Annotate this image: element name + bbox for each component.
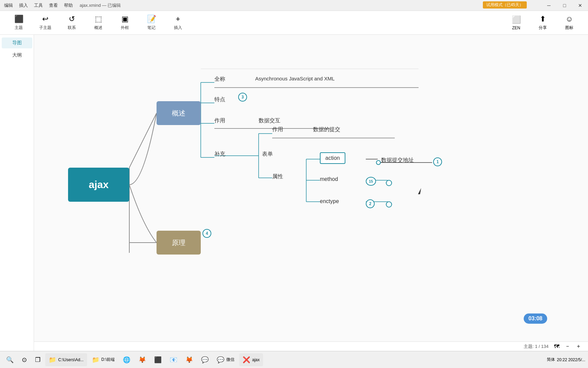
search-icon: 🔍 xyxy=(6,356,14,364)
dingding-icon: 💬 xyxy=(201,356,209,364)
svg-line-1 xyxy=(129,113,157,168)
toolbar-summary-button[interactable]: ⬚ 概述 xyxy=(86,13,110,33)
zen-icon: ⬜ xyxy=(512,15,521,24)
tab-outline[interactable]: 大纲 xyxy=(2,50,32,61)
node-shuxing[interactable]: 属性 xyxy=(272,173,283,180)
taskbar-firefox[interactable]: 🦊 xyxy=(135,353,149,366)
yuanli-label: 原理 xyxy=(172,238,185,247)
status-bar: 主题: 1 / 134 🗺 － ＋ xyxy=(34,341,588,351)
canvas: ajax 概述 原理 4 全称 Asynchronous JavaScript … xyxy=(34,35,588,351)
xmind-icon: ❌ xyxy=(243,356,250,364)
close-button[interactable]: ✕ xyxy=(572,0,588,11)
svg-point-23 xyxy=(386,180,392,186)
toolbar-boundary-button[interactable]: ▣ 外框 xyxy=(113,13,137,33)
topic-icon: ⬛ xyxy=(14,15,23,24)
topic-count: 主题: 1 / 134 xyxy=(524,343,549,350)
zoom-in-button[interactable]: ＋ xyxy=(576,343,581,350)
subtopic-label: 子主题 xyxy=(39,25,51,31)
datetime: 20:22 2022/5/... xyxy=(557,357,585,362)
taskbar-explorer[interactable]: 📁 C:\Users\Ad... xyxy=(45,353,87,366)
trial-badge: 试用模式（已45天） xyxy=(483,1,527,9)
toolbar-relation-button[interactable]: ↺ 联系 xyxy=(60,13,84,33)
taskbar-tray: 简体 20:22 2022/5/... xyxy=(547,357,585,363)
toolbar-share-button[interactable]: ⬆ 分享 xyxy=(531,13,555,33)
boundary-label: 外框 xyxy=(121,25,129,31)
zoom-out-button[interactable]: － xyxy=(565,343,570,350)
menu-bar[interactable]: 编辑 插入 工具 查看 帮助 xyxy=(4,2,73,9)
node-yuanli[interactable]: 原理 xyxy=(157,231,201,255)
toolbar-topic-button[interactable]: ⬛ 主题 xyxy=(7,13,31,33)
node-gaishu[interactable]: 概述 xyxy=(157,101,201,125)
node-buchong[interactable]: 补充 xyxy=(214,151,225,158)
node-action-val: 数据提交地址 xyxy=(381,157,414,164)
map-icon[interactable]: 🗺 xyxy=(554,343,559,350)
tab-map[interactable]: 导图 xyxy=(2,37,32,48)
badge-action: 1 xyxy=(433,157,442,166)
taskbar-dingding[interactable]: 💬 xyxy=(198,353,212,366)
store-icon: ⬛ xyxy=(154,356,162,364)
note-icon: 📝 xyxy=(147,15,156,24)
minimize-button[interactable]: ─ xyxy=(541,0,557,11)
maximize-button[interactable]: □ xyxy=(557,0,572,11)
menu-edit[interactable]: 编辑 xyxy=(4,2,13,9)
node-method[interactable]: method xyxy=(320,176,338,182)
gaishu-label: 概述 xyxy=(172,109,185,118)
toolbar-insert-button[interactable]: + 插入 xyxy=(166,13,190,33)
toolbar-zen-button[interactable]: ⬜ ZEN xyxy=(504,13,528,33)
taskbar-mail[interactable]: 📧 xyxy=(166,353,181,366)
node-zuoyong-bd[interactable]: 作用 xyxy=(272,126,283,133)
node-enctype[interactable]: enctype xyxy=(320,198,339,204)
badge-method: 15 xyxy=(366,177,376,186)
menu-help[interactable]: 帮助 xyxy=(64,2,73,9)
node-quancheng[interactable]: 全称 xyxy=(214,76,225,83)
explorer-label: C:\Users\Ad... xyxy=(58,357,84,362)
wechat-icon: 💬 xyxy=(217,356,224,364)
summary-icon: ⬚ xyxy=(95,15,102,24)
icon-label: 图标 xyxy=(565,25,573,31)
toolbar-right: ⬜ ZEN ⬆ 分享 ☺ 图标 xyxy=(504,13,581,33)
node-action[interactable]: action xyxy=(320,152,345,164)
taskbar-folder[interactable]: 📁 D:\前端 xyxy=(88,353,118,366)
taskbar-cortana[interactable]: ⊙ xyxy=(18,353,30,366)
svg-point-25 xyxy=(386,202,392,207)
taskbar-wechat[interactable]: 💬 微信 xyxy=(213,353,238,366)
note-label: 笔记 xyxy=(147,25,156,31)
subtopic-icon: ↩ xyxy=(42,15,48,24)
edge-icon: 🌐 xyxy=(123,356,130,364)
boundary-icon: ▣ xyxy=(121,15,129,24)
ajax-label: ajax xyxy=(89,179,109,190)
taskbar-firefox2[interactable]: 🦊 xyxy=(182,353,196,366)
window-controls[interactable]: ─ □ ✕ xyxy=(541,0,588,11)
firefox-icon: 🦊 xyxy=(138,356,146,364)
toolbar-note-button[interactable]: 📝 笔记 xyxy=(140,13,163,33)
taskbar-taskview[interactable]: ❐ xyxy=(32,353,44,366)
taskbar-xmind[interactable]: ❌ ajax xyxy=(239,353,263,366)
node-quancheng-val: Asynchronous JavaScript and XML xyxy=(255,76,334,81)
toolbar-icon-button[interactable]: ☺ 图标 xyxy=(557,13,581,33)
taskbar-edge[interactable]: 🌐 xyxy=(119,353,134,366)
mail-icon: 📧 xyxy=(170,356,177,364)
node-biaodan[interactable]: 表单 xyxy=(262,151,273,158)
taskview-icon: ❐ xyxy=(35,356,40,364)
menu-view[interactable]: 查看 xyxy=(49,2,58,9)
wechat-label: 微信 xyxy=(226,357,234,363)
xmind-label: ajax xyxy=(252,357,260,362)
toolbar: ⬛ 主题 ↩ 子主题 ↺ 联系 ⬚ 概述 ▣ 外框 📝 笔记 + 插入 ⬜ ZE… xyxy=(0,11,588,35)
node-ajax[interactable]: ajax xyxy=(68,168,129,202)
folder-label: D:\前端 xyxy=(101,357,115,363)
svg-point-20 xyxy=(376,160,380,165)
taskbar-ms-store[interactable]: ⬛ xyxy=(151,353,165,366)
explorer-icon: 📁 xyxy=(49,356,56,364)
node-zuoyong-bd-val: 数据的提交 xyxy=(313,126,340,133)
menu-insert[interactable]: 插入 xyxy=(19,2,28,9)
toolbar-subtopic-button[interactable]: ↩ 子主题 xyxy=(33,13,57,33)
insert-icon: + xyxy=(176,15,180,24)
taskbar-search[interactable]: 🔍 xyxy=(3,353,17,366)
titlebar: 编辑 插入 工具 查看 帮助 ajax.xmind — 已编辑 试用模式（已45… xyxy=(0,0,588,11)
node-tedian[interactable]: 特点 xyxy=(214,96,225,103)
menu-tools[interactable]: 工具 xyxy=(34,2,43,9)
summary-label: 概述 xyxy=(94,25,102,31)
timer-badge[interactable]: 03:08 xyxy=(524,313,547,324)
node-zuoyong-gs-val: 数据交互 xyxy=(259,117,280,124)
node-zuoyong-gs[interactable]: 作用 xyxy=(214,117,225,124)
